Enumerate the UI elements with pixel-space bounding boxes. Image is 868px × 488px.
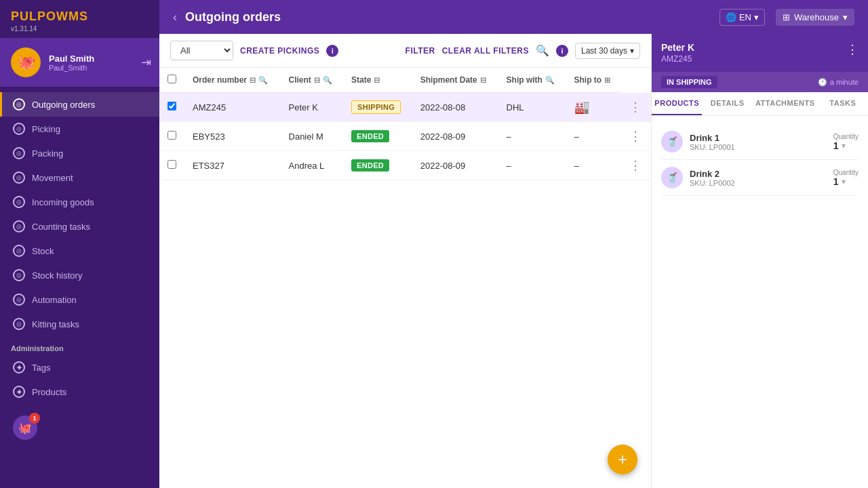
sidebar-item-label: Kitting tasks: [32, 319, 79, 329]
packing-icon: ◎: [13, 147, 25, 159]
shipment-date-filter-icon[interactable]: ⊟: [480, 76, 486, 85]
quantity-chevron-icon[interactable]: ▾: [842, 141, 846, 150]
tab-attachments[interactable]: ATTACHMENTS: [753, 92, 818, 115]
client-filter-icon[interactable]: ⊟: [314, 76, 320, 85]
row-menu-button[interactable]: ⋮: [629, 100, 642, 114]
select-all-checkbox[interactable]: [167, 75, 176, 83]
order-number-search-icon[interactable]: 🔍: [258, 76, 268, 85]
search-button[interactable]: 🔍: [536, 44, 549, 57]
tab-tasks[interactable]: TASKS: [818, 92, 868, 115]
detail-tabs: PRODUCTS DETAILS ATTACHMENTS TASKS: [652, 92, 868, 116]
row-actions-cell[interactable]: ⋮: [621, 122, 651, 151]
language-selector[interactable]: 🌐 EN ▾: [719, 9, 765, 26]
order-number-header: Order number ⊟ 🔍: [184, 68, 281, 93]
sidebar-item-stock[interactable]: ◎ Stock: [0, 239, 159, 263]
sidebar-item-label: Incoming goods: [32, 197, 94, 207]
date-chevron-icon: ▾: [630, 46, 634, 56]
shipment-date-cell: 2022-08-09: [412, 122, 498, 151]
filter-button[interactable]: FILTER: [406, 43, 435, 59]
order-number-cell: AMZ245: [184, 93, 281, 122]
row-checkbox[interactable]: [167, 131, 176, 140]
sidebar-item-label: Stock: [32, 246, 54, 256]
sidebar-item-picking[interactable]: ◎ Picking: [0, 117, 159, 141]
state-filter-icon[interactable]: ⊟: [374, 76, 380, 85]
sidebar-item-incoming-goods[interactable]: ◎ Incoming goods: [0, 190, 159, 214]
date-range-filter[interactable]: Last 30 days ▾: [575, 43, 640, 59]
select-all-header[interactable]: [159, 68, 184, 93]
ship-to-cell: –: [566, 151, 621, 180]
product-item: 🥤 Drink 1 SKU: LP0001 Quantity 1 ▾: [661, 124, 859, 160]
row-menu-button[interactable]: ⋮: [629, 159, 642, 172]
sidebar-item-products[interactable]: ✦ Products: [0, 380, 159, 404]
quantity-chevron-icon[interactable]: ▾: [842, 177, 846, 186]
warehouse-selector[interactable]: ⊞ Warehouse ▾: [776, 9, 854, 26]
sidebar-item-label: Products: [32, 387, 66, 397]
warehouse-chevron-icon: ▾: [843, 12, 848, 22]
sidebar-item-kitting-tasks[interactable]: ◎ Kitting tasks: [0, 312, 159, 336]
sidebar-item-packing[interactable]: ◎ Packing: [0, 141, 159, 165]
create-pickings-button[interactable]: CREATE PICKINGS: [240, 43, 319, 59]
topbar-right: 🌐 EN ▾ ⊞ Warehouse ▾: [719, 9, 854, 26]
row-menu-button[interactable]: ⋮: [629, 129, 642, 143]
row-checkbox-cell[interactable]: [159, 93, 184, 122]
sidebar-item-automation[interactable]: ◎ Automation: [0, 287, 159, 312]
clear-all-filters-button[interactable]: CLEAR ALL FILTERS: [442, 46, 529, 56]
state-badge: SHIPPING: [351, 100, 401, 114]
sidebar-item-movement[interactable]: ◎ Movement: [0, 165, 159, 190]
row-actions-cell[interactable]: ⋮: [621, 151, 651, 180]
shipment-date-header: Shipment Date ⊟: [412, 68, 498, 93]
create-pickings-info-icon[interactable]: i: [326, 45, 338, 57]
page-title: Outgoing orders: [185, 10, 711, 24]
add-order-button[interactable]: +: [608, 445, 637, 474]
tags-icon: ✦: [13, 361, 25, 373]
table-row[interactable]: ETS327 Andrea L ENDED 2022-08-09 – – ⋮: [159, 151, 651, 180]
avatar: 🐙: [11, 47, 41, 77]
column-settings-icon[interactable]: ⊞: [604, 76, 610, 85]
lang-chevron-icon: ▾: [754, 12, 759, 22]
row-checkbox-cell[interactable]: [159, 151, 184, 180]
sidebar-item-stock-history[interactable]: ◎ Stock history: [0, 263, 159, 287]
detail-menu-button[interactable]: ⋮: [846, 42, 859, 57]
tab-details[interactable]: DETAILS: [702, 92, 752, 115]
tab-products[interactable]: PRODUCTS: [652, 92, 702, 115]
detail-panel: Peter K AMZ245 ⋮ IN SHIPPING 🕐 a minute …: [651, 34, 868, 488]
order-number-cell: ETS327: [184, 151, 281, 180]
table-row[interactable]: AMZ245 Peter K SHIPPING 2022-08-08 DHL 🏭: [159, 93, 651, 122]
logout-icon[interactable]: ⇥: [141, 55, 151, 70]
ship-with-search-icon[interactable]: 🔍: [545, 76, 555, 85]
table-info-icon[interactable]: i: [556, 45, 568, 57]
user-profile: 🐙 Paul Smith Paul_Smith ⇥: [0, 38, 159, 87]
table-row[interactable]: EBY523 Daniel M ENDED 2022-08-09 – – ⋮: [159, 122, 651, 151]
order-number-cell: EBY523: [184, 122, 281, 151]
date-range-label: Last 30 days: [581, 46, 627, 56]
order-number-filter-icon[interactable]: ⊟: [250, 76, 256, 85]
sidebar-item-label: Picking: [32, 124, 60, 134]
product-quantity: Quantity 1 ▾: [833, 133, 859, 151]
status-filter-select[interactable]: All Shipping Ended: [170, 41, 233, 60]
shipment-date-cell: 2022-08-08: [412, 93, 498, 122]
ship-with-header: Ship with 🔍: [498, 68, 566, 93]
sidebar-item-tags[interactable]: ✦ Tags: [0, 355, 159, 380]
user-name: Paul Smith: [49, 54, 149, 64]
back-button[interactable]: ‹: [173, 10, 177, 24]
row-checkbox-cell[interactable]: [159, 122, 184, 151]
sidebar: PULPOWMS v1.31.14 🐙 Paul Smith Paul_Smit…: [0, 0, 159, 488]
stock-history-icon: ◎: [13, 269, 25, 281]
row-actions-cell[interactable]: ⋮: [621, 93, 651, 122]
picking-icon: ◎: [13, 123, 25, 135]
sidebar-item-label: Outgoing orders: [32, 100, 95, 110]
sidebar-item-outgoing-orders[interactable]: ◎ Outgoing orders: [0, 92, 159, 117]
state-header: State ⊟: [343, 68, 412, 93]
sidebar-item-label: Automation: [32, 295, 77, 305]
detail-status-bar: IN SHIPPING 🕐 a minute: [652, 72, 868, 92]
sidebar-item-label: Movement: [32, 173, 73, 183]
detail-status-badge: IN SHIPPING: [661, 76, 717, 88]
quantity-value: 1: [833, 176, 839, 187]
sidebar-item-label: Stock history: [32, 270, 82, 281]
row-checkbox[interactable]: [167, 160, 176, 169]
sidebar-item-counting-tasks[interactable]: ◎ Counting tasks: [0, 214, 159, 239]
client-search-icon[interactable]: 🔍: [323, 76, 332, 85]
notifications-item[interactable]: 🐙 1: [0, 409, 48, 446]
row-checkbox[interactable]: [167, 102, 176, 110]
state-badge: ENDED: [351, 130, 389, 142]
